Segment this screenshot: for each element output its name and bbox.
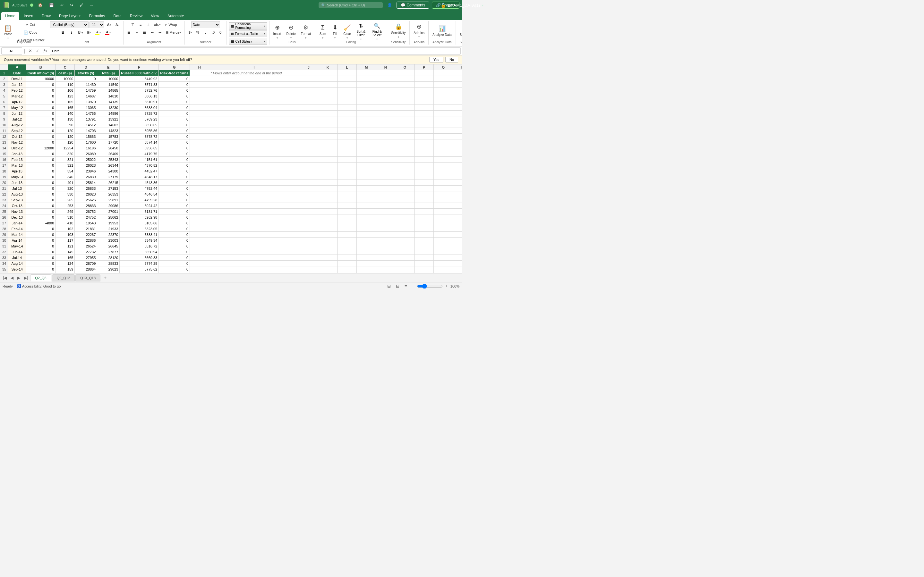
cell-q22[interactable] [434,191,453,197]
cell-m32[interactable] [357,249,376,255]
cell-h13[interactable] [190,139,209,145]
row-header-15[interactable]: 15 [0,151,8,157]
cell-a16[interactable]: Feb-13 [8,157,26,163]
cell-h10[interactable] [190,122,209,128]
cell-r30[interactable] [453,237,462,243]
increase-indent-btn[interactable]: ⇥ [156,29,163,36]
cell-r33[interactable] [453,255,462,261]
cell-h9[interactable] [190,116,209,122]
cell-g23[interactable]: 0 [159,197,190,203]
cell-p26[interactable] [415,214,434,220]
cell-j34[interactable] [299,261,318,266]
cell-reference-box[interactable] [1,47,22,55]
cell-e15[interactable]: 26409 [97,151,120,157]
cell-f32[interactable]: 5650.94 [120,249,159,255]
row-header-27[interactable]: 27 [0,220,8,226]
cell-b9[interactable]: 0 [26,116,55,122]
cell-l33[interactable] [338,255,357,261]
cell-n28[interactable] [376,226,395,232]
cell-b27[interactable]: -4800 [26,220,55,226]
cell-l30[interactable] [338,237,357,243]
cell-g35[interactable]: 0 [159,266,190,272]
cell-p20[interactable] [415,180,434,185]
cell-o18[interactable] [395,168,415,174]
cell-e7[interactable]: 13230 [97,105,120,111]
cell-i21[interactable] [209,185,299,191]
cell-r28[interactable] [453,226,462,232]
cell-a6[interactable]: Apr-12 [8,99,26,105]
cell-d34[interactable]: 28709 [75,261,97,266]
cell-i12[interactable] [209,134,299,139]
cell-h7[interactable] [190,105,209,111]
cell-m29[interactable] [357,232,376,237]
cell-k20[interactable] [318,180,338,185]
cell-i22[interactable] [209,191,299,197]
cell-b25[interactable]: 0 [26,209,55,214]
row-header-35[interactable]: 35 [0,266,8,272]
cell-d12[interactable]: 15663 [75,134,97,139]
cell-k32[interactable] [318,249,338,255]
cell-j18[interactable] [299,168,318,174]
cell-p6[interactable] [415,99,434,105]
cell-i13[interactable] [209,139,299,145]
cell-b3[interactable]: 0 [26,82,55,87]
tab-view[interactable]: View [147,12,163,20]
cell-f23[interactable]: 4799.28 [120,197,159,203]
cell-r7[interactable] [453,105,462,111]
cell-a14[interactable]: Dec-12 [8,145,26,151]
cell-d31[interactable]: 26524 [75,243,97,249]
cell-f9[interactable]: 3769.23 [120,116,159,122]
cell-e13[interactable]: 17720 [97,139,120,145]
cell-p25[interactable] [415,209,434,214]
cell-k29[interactable] [318,232,338,237]
cell-n27[interactable] [376,220,395,226]
cell-l29[interactable] [338,232,357,237]
cell-k35[interactable] [318,266,338,272]
cell-c34[interactable]: 124 [55,261,75,266]
sheet-tab-q13-q18[interactable]: Q13_Q18 [75,274,100,282]
row-header-9[interactable]: 9 [0,116,8,122]
merge-center-btn[interactable]: ⊞ Merge ▾ [164,29,182,36]
cell-h15[interactable] [190,151,209,157]
cell-q31[interactable] [434,243,453,249]
cell-n18[interactable] [376,168,395,174]
sheet-tab-q2-q8[interactable]: Q2_Q8 [30,274,51,282]
cell-h20[interactable] [190,180,209,185]
cell-i29[interactable] [209,232,299,237]
cell-f19[interactable]: 4648.17 [120,174,159,180]
cell-j28[interactable] [299,226,318,232]
row-header-4[interactable]: 4 [0,87,8,93]
cell-q11[interactable] [434,128,453,134]
cell-k17[interactable] [318,163,338,168]
cell-b5[interactable]: 0 [26,93,55,99]
cell-c28[interactable]: 102 [55,226,75,232]
tab-insert[interactable]: Insert [20,12,37,20]
cell-g19[interactable]: 0 [159,174,190,180]
cell-d15[interactable]: 26089 [75,151,97,157]
cell-k26[interactable] [318,214,338,220]
cell-c11[interactable]: 120 [55,128,75,134]
cell-p36[interactable] [415,272,434,274]
cell-a5[interactable]: Mar-12 [8,93,26,99]
cell-l19[interactable] [338,174,357,180]
row-header-8[interactable]: 8 [0,111,8,116]
cell-k4[interactable] [318,87,338,93]
cell-d5[interactable]: 14687 [75,93,97,99]
cell-n9[interactable] [376,116,395,122]
cell-e22[interactable]: 26353 [97,191,120,197]
cell-f10[interactable]: 3850.65 [120,122,159,128]
cell-j3[interactable] [299,82,318,87]
cell-n12[interactable] [376,134,395,139]
cell-c20[interactable]: 401 [55,180,75,185]
cell-m28[interactable] [357,226,376,232]
col-header-j[interactable]: J [299,64,318,70]
cell-c3[interactable]: 110 [55,82,75,87]
cell-r15[interactable] [453,151,462,157]
cell-m13[interactable] [357,139,376,145]
cell-j29[interactable] [299,232,318,237]
cell-o1[interactable] [395,70,415,76]
cell-h4[interactable] [190,87,209,93]
addins-btn[interactable]: ⊕ Add-ins ▾ [412,21,426,40]
cell-h23[interactable] [190,197,209,203]
cell-i10[interactable] [209,122,299,128]
